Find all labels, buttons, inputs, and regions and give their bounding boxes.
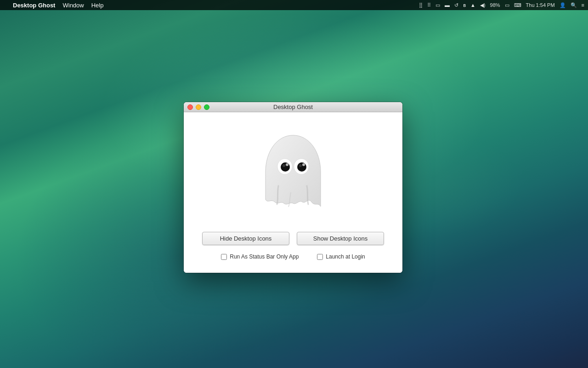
svg-point-4: [297, 162, 306, 172]
launch-login-checkbox-label[interactable]: Launch at Login: [317, 253, 365, 260]
keyboard-icon: ⌨: [514, 2, 521, 8]
svg-point-5: [299, 164, 302, 167]
volume-icon: ◀): [480, 2, 486, 8]
launch-login-checkbox[interactable]: [317, 254, 323, 260]
help-menu[interactable]: Help: [91, 2, 104, 9]
launch-login-label: Launch at Login: [326, 253, 365, 260]
notification-icon[interactable]: ≡: [582, 2, 584, 8]
maximize-button[interactable]: [204, 104, 209, 110]
buttons-row: Hide Desktop Icons Show Desktop Icons: [193, 232, 393, 245]
svg-point-2: [281, 162, 290, 172]
wifi-icon: ▲: [470, 2, 475, 8]
status-bar-checkbox[interactable]: [221, 254, 227, 260]
show-desktop-icons-button[interactable]: Show Desktop Icons: [297, 232, 384, 245]
battery-icon-bar: ▬: [445, 2, 450, 8]
menubar-right: ⣿ ⠿ ▭ ▬ ↺ ʙ ▲ ◀) 98% ▭ ⌨ Thu 1:54 PM 👤 🔍…: [419, 2, 584, 8]
menubar-left: Desktop Ghost Window Help: [4, 2, 103, 9]
window-titlebar: Desktop Ghost: [184, 102, 402, 112]
list-icon: ⣿: [419, 2, 423, 8]
datetime[interactable]: Thu 1:54 PM: [526, 2, 555, 8]
window-controls: [187, 104, 209, 110]
battery-icon: ▭: [505, 2, 509, 8]
app-window: Desktop Ghost: [184, 102, 402, 273]
menubar: Desktop Ghost Window Help ⣿ ⠿ ▭ ▬ ↺ ʙ ▲ …: [0, 0, 588, 10]
close-button[interactable]: [187, 104, 193, 110]
svg-point-7: [302, 163, 305, 166]
minimize-button[interactable]: [196, 104, 201, 110]
svg-point-6: [286, 163, 288, 166]
checkboxes-row: Run As Status Bar Only App Launch at Log…: [193, 252, 393, 264]
grid-icon: ⠿: [427, 2, 431, 8]
battery-percent: 98%: [490, 2, 500, 8]
hide-desktop-icons-button[interactable]: Hide Desktop Icons: [202, 232, 289, 245]
app-name-menu[interactable]: Desktop Ghost: [13, 2, 55, 9]
svg-point-3: [283, 164, 285, 167]
window-menu[interactable]: Window: [62, 2, 84, 9]
window-content: Hide Desktop Icons Show Desktop Icons Ru…: [184, 112, 402, 273]
ghost-illustration: [193, 121, 393, 232]
desktop: Desktop Ghost Window Help ⣿ ⠿ ▭ ▬ ↺ ʙ ▲ …: [0, 0, 588, 368]
status-bar-label: Run As Status Bar Only App: [230, 253, 299, 260]
ghost-svg: [247, 126, 339, 223]
time-machine-icon: ↺: [454, 2, 458, 8]
search-icon[interactable]: 🔍: [571, 2, 577, 8]
user-icon: 👤: [560, 2, 566, 8]
status-bar-checkbox-label[interactable]: Run As Status Bar Only App: [221, 253, 299, 260]
window-title: Desktop Ghost: [273, 104, 313, 110]
monitor-icon: ▭: [435, 2, 440, 8]
bluetooth-icon: ʙ: [463, 2, 466, 8]
